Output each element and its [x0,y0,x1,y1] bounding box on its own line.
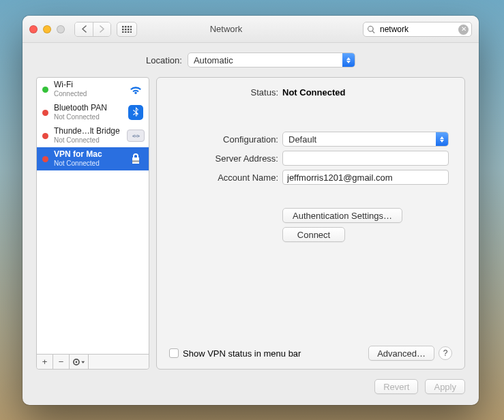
footer-buttons: Revert Apply [36,379,465,394]
minimize-window-button[interactable] [43,25,51,33]
traffic-lights [29,25,65,33]
svg-point-13 [75,361,77,363]
remove-service-button[interactable]: − [53,355,70,369]
vpn-lock-icon [127,151,145,166]
thunderbolt-icon: <··> [127,130,145,142]
titlebar: Network ✕ [23,16,479,43]
service-sub: Not Connected [54,136,121,145]
account-name-input[interactable] [282,170,449,185]
authentication-settings-button[interactable]: Authentication Settings… [282,208,402,223]
wifi-icon [127,84,145,95]
account-name-row: Account Name: [169,170,452,185]
apply-button[interactable]: Apply [425,379,465,394]
account-name-label: Account Name: [169,172,278,183]
location-select[interactable]: Automatic [188,52,355,68]
back-button[interactable] [75,22,93,36]
clear-search-button[interactable]: ✕ [458,25,469,35]
server-address-label: Server Address: [169,153,278,164]
location-row: Location: Automatic [36,52,465,68]
configuration-select[interactable]: Default [282,132,449,147]
service-list[interactable]: Wi-Fi Connected Bluetooth PAN Not Connec… [37,78,149,354]
window-title: Network [95,24,357,34]
detail-panel: Status: Not Connected Configuration: Def… [156,77,465,370]
search-input[interactable] [379,24,456,35]
status-label: Status: [169,87,278,97]
bluetooth-icon [127,105,145,120]
advanced-button[interactable]: Advanced… [368,346,434,361]
auth-row: Authentication Settings… [169,208,452,223]
connect-button[interactable]: Connect [282,227,345,242]
service-actions-menu[interactable] [70,355,89,369]
add-service-button[interactable]: + [37,355,53,369]
network-prefs-window: Network ✕ Location: Automatic Wi-Fi [23,16,479,405]
status-value: Not Connected [282,87,452,97]
show-vpn-status-label: Show VPN status in menu bar [183,348,301,359]
main-row: Wi-Fi Connected Bluetooth PAN Not Connec… [36,77,465,370]
service-sub: Not Connected [54,160,121,168]
show-vpn-status-checkbox[interactable] [169,348,179,358]
select-stepper-icon [436,132,448,146]
search-field[interactable]: ✕ [363,22,472,37]
content-area: Location: Automatic Wi-Fi Connected [23,43,479,405]
status-dot-icon [42,156,48,162]
location-value: Automatic [194,55,233,65]
search-icon [367,25,376,34]
connect-row: Connect [169,227,452,242]
service-name: Thunde…lt Bridge [54,127,121,136]
close-window-button[interactable] [29,25,38,33]
help-button[interactable]: ? [439,346,452,360]
service-sub: Connected [54,90,121,98]
service-wifi[interactable]: Wi-Fi Connected [37,78,149,101]
service-bluetooth-pan[interactable]: Bluetooth PAN Not Connected [37,101,149,124]
service-thunderbolt-bridge[interactable]: Thunde…lt Bridge Not Connected <··> [37,124,149,147]
status-row: Status: Not Connected [169,87,452,97]
service-vpn[interactable]: VPN for Mac Not Connected [37,147,149,170]
show-vpn-status-row: Show VPN status in menu bar Advanced… ? [169,346,452,361]
service-name: VPN for Mac [54,150,121,160]
status-dot-icon [42,133,48,139]
svg-rect-12 [132,160,139,162]
server-address-row: Server Address: [169,151,452,166]
server-address-input[interactable] [282,151,449,166]
zoom-window-button[interactable] [57,25,65,33]
location-label: Location: [146,55,182,65]
configuration-row: Configuration: Default [169,132,452,147]
sidebar-footer: + − [37,354,149,369]
revert-button[interactable]: Revert [374,379,418,394]
configuration-value: Default [288,134,316,145]
status-dot-icon [42,110,48,116]
service-name: Bluetooth PAN [54,104,121,113]
configuration-label: Configuration: [169,134,278,145]
service-sidebar: Wi-Fi Connected Bluetooth PAN Not Connec… [36,77,149,370]
service-sub: Not Connected [54,113,121,121]
select-stepper-icon [342,53,355,67]
status-dot-icon [42,87,48,93]
service-name: Wi-Fi [54,80,121,90]
